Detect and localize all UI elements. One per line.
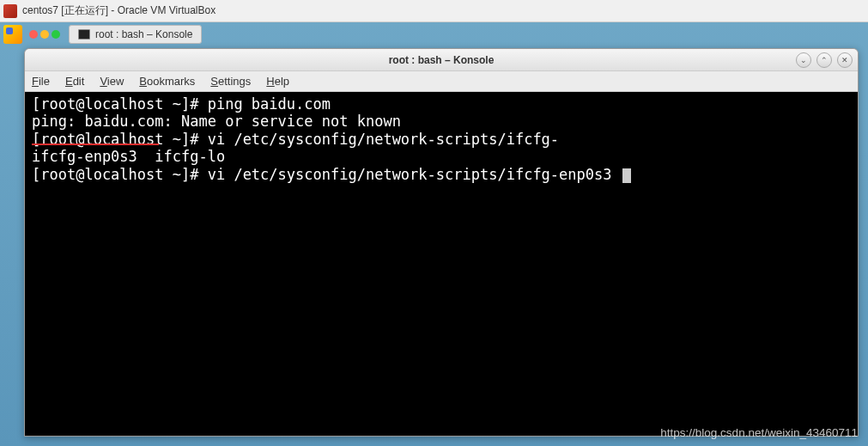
- cursor-icon: [622, 168, 631, 183]
- konsole-window: root : bash – Konsole ⌄ ⌃ ✕ File Edit Vi…: [24, 48, 859, 437]
- menubar: File Edit View Bookmarks Settings Help: [25, 71, 858, 92]
- traffic-green-icon[interactable]: [52, 30, 60, 39]
- terminal-line: [root@localhost ~]# ping baidu.com: [32, 95, 851, 113]
- menu-file[interactable]: File: [32, 75, 50, 88]
- minimize-button[interactable]: ⌄: [796, 52, 811, 68]
- terminal-line: ping: baidu.com: Name or service not kno…: [32, 113, 851, 130]
- virtualbox-title: centos7 [正在运行] - Oracle VM VirtualBox: [22, 3, 215, 18]
- terminal-line: [root@localhost ~]# vi /etc/sysconfig/ne…: [32, 166, 851, 183]
- terminal-line: ifcfg-enp0s3 ifcfg-lo: [32, 148, 851, 165]
- window-controls: ⌄ ⌃ ✕: [796, 52, 853, 68]
- watermark: https://blog.csdn.net/weixin_43460711: [660, 426, 858, 439]
- menu-help[interactable]: Help: [266, 75, 289, 88]
- terminal-line: [root@localhost ~]# vi /etc/sysconfig/ne…: [32, 131, 851, 148]
- highlight-underline-icon: [32, 144, 159, 145]
- taskbar-label: root : bash – Konsole: [95, 28, 192, 40]
- menu-settings[interactable]: Settings: [210, 75, 251, 88]
- virtualbox-icon: [3, 4, 17, 18]
- menu-bookmarks[interactable]: Bookmarks: [139, 75, 195, 88]
- menu-view[interactable]: View: [100, 75, 124, 88]
- close-button[interactable]: ✕: [837, 52, 853, 68]
- konsole-title: root : bash – Konsole: [389, 54, 495, 66]
- traffic-lights: [29, 30, 60, 39]
- menu-edit[interactable]: Edit: [65, 75, 84, 88]
- virtualbox-titlebar: centos7 [正在运行] - Oracle VM VirtualBox: [0, 0, 868, 22]
- terminal-icon: [78, 29, 90, 40]
- taskbar-konsole-item[interactable]: root : bash – Konsole: [69, 25, 202, 44]
- guest-taskbar: root : bash – Konsole: [0, 22, 868, 46]
- terminal-area[interactable]: [root@localhost ~]# ping baidu.com ping:…: [25, 92, 858, 436]
- app-launcher-icon[interactable]: [3, 25, 22, 44]
- maximize-button[interactable]: ⌃: [816, 52, 832, 68]
- traffic-red-icon[interactable]: [29, 30, 38, 39]
- konsole-titlebar[interactable]: root : bash – Konsole ⌄ ⌃ ✕: [25, 49, 858, 71]
- traffic-yellow-icon[interactable]: [40, 30, 49, 39]
